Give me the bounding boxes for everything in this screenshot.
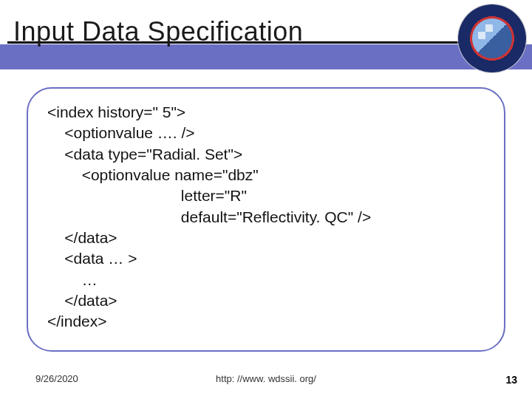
- slide-title: Input Data Specification: [10, 13, 303, 47]
- code-line: letter="R": [47, 187, 247, 204]
- xml-code-block: <index history=" 5"> <optionvalue …. /> …: [47, 102, 485, 332]
- code-line: <data … >: [47, 250, 137, 267]
- slide: Input Data Specification <index history=…: [0, 0, 532, 399]
- title-container: Input Data Specification: [10, 13, 303, 47]
- content-panel: <index history=" 5"> <optionvalue …. /> …: [27, 87, 505, 352]
- footer-url: http: //www. wdssii. org/: [0, 373, 532, 384]
- code-line: …: [47, 271, 98, 288]
- code-line: <index history=" 5">: [47, 103, 185, 120]
- footer-page-number: 13: [505, 374, 517, 386]
- code-line: <data type="Radial. Set">: [47, 146, 242, 163]
- nssl-logo-inner: [472, 18, 512, 58]
- title-accent-bar: [0, 44, 532, 69]
- code-line: </index>: [47, 313, 107, 330]
- code-line: </data>: [47, 229, 117, 246]
- code-line: <optionvalue …. />: [47, 124, 195, 141]
- code-line: <optionvalue name="dbz": [47, 166, 259, 183]
- code-line: </data>: [47, 292, 117, 309]
- nssl-logo: [458, 4, 526, 72]
- code-line: default="Reflectivity. QC" />: [47, 208, 371, 225]
